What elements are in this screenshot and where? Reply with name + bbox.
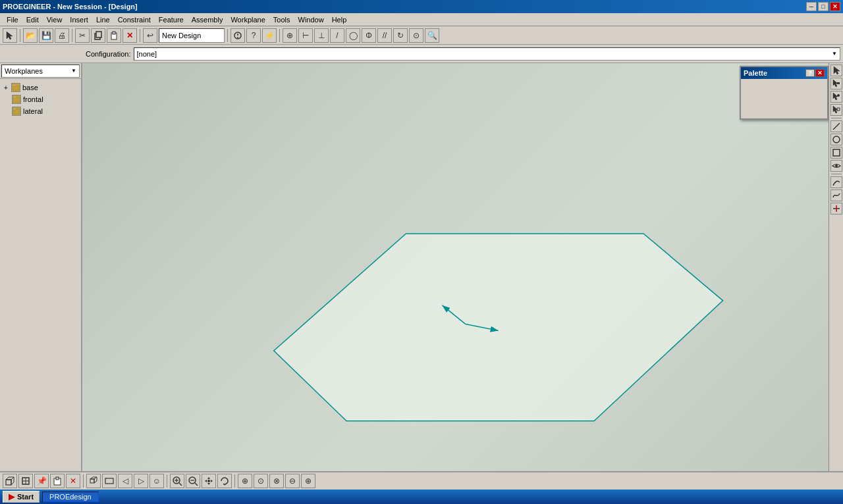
menu-feature[interactable]: Feature [155,14,188,25]
menu-file[interactable]: File [3,14,22,25]
save-button[interactable]: 💾 [39,28,53,43]
rp-cursor-button[interactable] [830,64,842,76]
menu-constraint[interactable]: Constraint [114,14,155,25]
delete-button[interactable]: ✕ [122,28,137,43]
configuration-dropdown[interactable]: [none] ▼ [134,47,841,61]
phi-button[interactable]: Φ [362,28,376,43]
title-bar-controls[interactable]: ─ □ ✕ [806,2,840,11]
undo-button[interactable]: ↩ [143,28,157,43]
paste-button[interactable] [107,28,121,43]
menu-edit[interactable]: Edit [22,14,43,25]
bt-obj4-button[interactable]: ⊖ [285,474,300,488]
bt-view2d-button[interactable] [18,474,33,488]
cut-button[interactable]: ✂ [75,28,90,43]
menu-tools[interactable]: Tools [269,14,294,25]
menu-window[interactable]: Window [294,14,328,25]
menu-assembly[interactable]: Assembly [188,14,227,25]
config-dropdown-arrow: ▼ [832,51,837,57]
menu-view[interactable]: View [43,14,67,25]
svg-line-39 [195,483,198,486]
bt-obj1-button[interactable]: ⊕ [238,474,252,488]
workplane-dropdown[interactable]: Workplanes ▼ [1,64,80,78]
left-panel: Workplanes ▼ + base frontal [0,63,82,471]
ortho-button[interactable]: ⊥ [314,28,329,43]
start-button[interactable]: ▶ Start [3,491,40,503]
palette-content [741,79,827,118]
bt-zoomin-button[interactable] [170,474,184,488]
properties-button[interactable] [231,28,245,43]
right-panel [829,63,843,471]
help2-button[interactable]: ⚡ [262,28,277,43]
minimize-button[interactable]: ─ [806,2,817,11]
rp-eye-button[interactable] [830,160,842,172]
tree-item-base[interactable]: + base [1,82,80,93]
close-button[interactable]: ✕ [830,2,840,11]
bt-smiley-button[interactable]: ☺ [150,474,164,488]
svg-rect-12 [13,108,16,110]
bt-zoomout-button[interactable] [186,474,200,488]
rp-select4-button[interactable] [830,104,842,116]
rp-circle-button[interactable] [830,134,842,145]
bt-pin-button[interactable]: 📌 [34,474,49,488]
open-button[interactable]: 📂 [23,28,38,43]
bt-close-button[interactable]: ✕ [66,474,80,488]
taskbar-app-button[interactable]: PROEdesign [42,491,99,502]
palette-title: Palette [744,69,767,77]
select-tool-button[interactable] [3,28,17,43]
tree-area: + base frontal lateral [0,79,81,471]
bt-obj2-button[interactable]: ⊙ [254,474,268,488]
tree-icon-base [11,83,20,92]
target-button[interactable]: ⊙ [409,28,423,43]
print-button[interactable]: 🖨 [55,28,69,43]
bt-view3d-button[interactable] [3,474,17,488]
parallel-button[interactable]: // [377,28,392,43]
tree-item-lateral[interactable]: lateral [1,105,80,117]
rp-spline-button[interactable] [830,189,842,201]
line-button[interactable]: / [330,28,344,43]
zoom-button[interactable]: 🔍 [425,28,439,43]
maximize-button[interactable]: □ [818,2,829,11]
bt-side-button[interactable] [102,474,117,488]
svg-rect-26 [6,480,11,485]
tree-item-frontal[interactable]: frontal [1,93,80,105]
rp-trim-button[interactable] [830,203,842,214]
svg-marker-19 [837,108,840,111]
menu-line[interactable]: Line [92,14,114,25]
bt-forward-button[interactable]: ▷ [134,474,148,488]
bt-clipboard-button[interactable] [50,474,65,488]
help-button[interactable]: ? [246,28,261,43]
viewport[interactable]: Palette ? ✕ [82,63,829,471]
menu-insert[interactable]: Insert [66,14,92,25]
app-title: PROEGINEER - New Session - [Design] [3,3,138,11]
rp-select2-button[interactable] [830,78,842,89]
bt-sep2 [167,474,167,488]
palette-close-button[interactable]: ✕ [815,69,825,77]
bt-obj5-button[interactable]: ⊕ [301,474,315,488]
menu-workplane[interactable]: Workplane [227,14,269,25]
bt-rotate2-button[interactable] [217,474,232,488]
rp-rect-button[interactable] [830,147,842,159]
svg-rect-32 [90,479,94,483]
rp-line-button[interactable] [830,120,842,132]
tree-label-lateral: lateral [23,107,43,115]
copy-button[interactable] [91,28,105,43]
svg-line-20 [833,123,840,130]
rp-curve-button[interactable] [830,176,842,188]
rotate-button[interactable]: ↻ [393,28,408,43]
menu-help[interactable]: Help [328,14,351,25]
toolbar-separator [20,29,20,42]
palette-controls[interactable]: ? ✕ [805,69,825,77]
bt-isometric-button[interactable] [86,474,101,488]
bt-obj3-button[interactable]: ⊗ [269,474,284,488]
bt-pan-button[interactable] [202,474,216,488]
circle-button[interactable]: ◯ [346,28,360,43]
grid-button[interactable]: ⊢ [298,28,313,43]
rp-select3-button[interactable] [830,91,842,103]
tree-expand-base: + [3,84,9,91]
bt-sep1 [83,474,84,488]
workplane-arrow: ▼ [71,68,76,74]
bt-back-button[interactable]: ◁ [118,474,132,488]
snap-button[interactable]: ⊕ [283,28,297,43]
svg-line-35 [179,483,182,486]
palette-help-button[interactable]: ? [805,69,815,77]
